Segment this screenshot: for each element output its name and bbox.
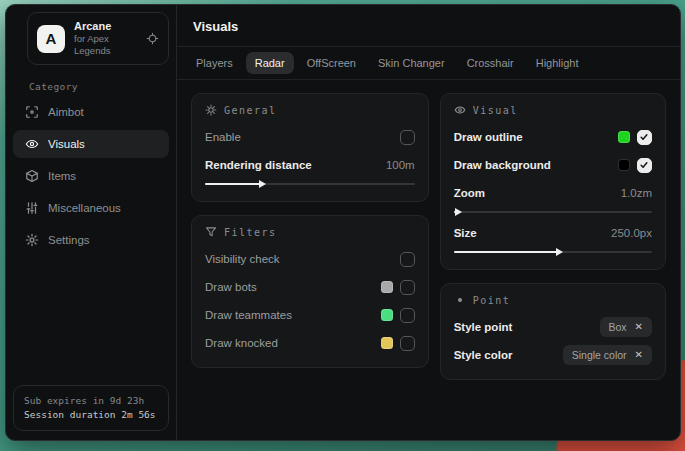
- draw-outline-checkbox[interactable]: [637, 130, 652, 145]
- draw-bots-label: Draw bots: [205, 281, 257, 293]
- enable-checkbox[interactable]: [400, 130, 415, 145]
- style-point-label: Style point: [454, 321, 513, 333]
- draw-knocked-color-swatch[interactable]: [381, 337, 393, 349]
- slider-thumb[interactable]: [455, 208, 462, 216]
- zoom-label: Zoom: [454, 187, 485, 199]
- draw-outline-row: Draw outline: [454, 126, 652, 148]
- draw-teammates-color-swatch[interactable]: [381, 309, 393, 321]
- rendering-distance-value: 100m: [386, 159, 415, 171]
- rendering-distance-label: Rendering distance: [205, 159, 312, 171]
- rendering-distance-slider[interactable]: [205, 180, 415, 188]
- sidebar-item-settings[interactable]: Settings: [13, 226, 169, 254]
- sidebar-item-label: Items: [48, 170, 76, 182]
- visibility-check-checkbox[interactable]: [400, 252, 415, 267]
- draw-background-label: Draw background: [454, 159, 551, 171]
- enable-row: Enable: [205, 126, 415, 148]
- point-panel: Point Style point Box ✕ Style color Sing…: [440, 283, 666, 380]
- sidebar-nav: Aimbot Visuals Items Miscellaneous: [13, 98, 169, 254]
- zoom-value: 1.0zm: [621, 187, 652, 199]
- draw-teammates-checkbox[interactable]: [400, 308, 415, 323]
- slider-thumb[interactable]: [556, 248, 563, 256]
- eye-icon: [454, 104, 466, 116]
- draw-knocked-row: Draw knocked: [205, 332, 415, 354]
- draw-bots-checkbox[interactable]: [400, 280, 415, 295]
- app-logo: A: [37, 25, 65, 53]
- session-info-card: Sub expires in 9d 23h Session duration 2…: [13, 385, 169, 431]
- sidebar-item-miscellaneous[interactable]: Miscellaneous: [13, 194, 169, 222]
- sidebar-item-label: Settings: [48, 234, 90, 246]
- general-panel: General Enable Rendering distance 100m: [191, 93, 429, 202]
- draw-background-color-swatch[interactable]: [618, 159, 630, 171]
- sidebar: A Arcane for Apex Legends Category Aimbo…: [6, 5, 177, 440]
- app-logo-card: A Arcane for Apex Legends: [27, 12, 169, 65]
- tab-offscreen[interactable]: OffScreen: [298, 52, 365, 74]
- visual-panel: Visual Draw outline Draw background: [440, 93, 666, 270]
- sun-icon: [205, 104, 217, 116]
- size-slider[interactable]: [454, 248, 652, 256]
- draw-outline-label: Draw outline: [454, 131, 523, 143]
- page-title: Visuals: [193, 19, 664, 34]
- filters-panel: Filters Visibility check Draw bots: [191, 215, 429, 368]
- size-label: Size: [454, 227, 477, 239]
- zoom-row: Zoom 1.0zm: [454, 182, 652, 204]
- sidebar-category-label: Category: [29, 81, 169, 92]
- tab-highlight[interactable]: Highlight: [527, 52, 588, 74]
- visibility-check-row: Visibility check: [205, 248, 415, 270]
- main-header: Visuals: [177, 5, 680, 47]
- tab-radar[interactable]: Radar: [246, 52, 294, 74]
- cube-icon: [25, 169, 39, 183]
- panel-title: Point: [473, 295, 511, 306]
- zoom-slider[interactable]: [454, 208, 652, 216]
- style-point-select[interactable]: Box ✕: [600, 317, 652, 337]
- eye-icon: [25, 137, 39, 151]
- draw-background-checkbox[interactable]: [637, 158, 652, 173]
- rendering-distance-row: Rendering distance 100m: [205, 154, 415, 176]
- sidebar-item-aimbot[interactable]: Aimbot: [13, 98, 169, 126]
- panel-title: Visual: [473, 105, 518, 116]
- tab-players[interactable]: Players: [187, 52, 242, 74]
- panel-title: General: [224, 105, 277, 116]
- style-color-row: Style color Single color ✕: [454, 344, 652, 366]
- sidebar-item-visuals[interactable]: Visuals: [13, 130, 169, 158]
- session-duration-text: Session duration 2m 56s: [24, 408, 158, 422]
- pin-icon[interactable]: [146, 32, 159, 45]
- funnel-icon: [205, 226, 217, 238]
- draw-outline-color-swatch[interactable]: [618, 131, 630, 143]
- draw-knocked-label: Draw knocked: [205, 337, 278, 349]
- sidebar-item-label: Visuals: [48, 138, 85, 150]
- app-window: A Arcane for Apex Legends Category Aimbo…: [5, 4, 681, 441]
- style-point-row: Style point Box ✕: [454, 316, 652, 338]
- visibility-check-label: Visibility check: [205, 253, 280, 265]
- sliders-icon: [25, 201, 39, 215]
- app-name: Arcane: [74, 20, 137, 33]
- content: General Enable Rendering distance 100m: [177, 80, 680, 440]
- panel-title: Filters: [224, 227, 277, 238]
- draw-teammates-row: Draw teammates: [205, 304, 415, 326]
- close-icon[interactable]: ✕: [635, 322, 643, 332]
- close-icon[interactable]: ✕: [635, 350, 643, 360]
- gear-icon: [25, 233, 39, 247]
- tab-bar: Players Radar OffScreen Skin Changer Cro…: [177, 47, 680, 80]
- style-color-select[interactable]: Single color ✕: [563, 345, 652, 365]
- sidebar-item-items[interactable]: Items: [13, 162, 169, 190]
- slider-thumb[interactable]: [259, 180, 266, 188]
- sidebar-item-label: Aimbot: [48, 106, 84, 118]
- draw-knocked-checkbox[interactable]: [400, 336, 415, 351]
- app-subtitle: for Apex Legends: [74, 33, 137, 57]
- tab-skin-changer[interactable]: Skin Changer: [369, 52, 454, 74]
- dot-icon: [454, 294, 466, 306]
- size-row: Size 250.0px: [454, 222, 652, 244]
- tab-crosshair[interactable]: Crosshair: [458, 52, 523, 74]
- enable-label: Enable: [205, 131, 241, 143]
- sidebar-item-label: Miscellaneous: [48, 202, 121, 214]
- style-color-label: Style color: [454, 349, 513, 361]
- size-value: 250.0px: [611, 227, 652, 239]
- draw-background-row: Draw background: [454, 154, 652, 176]
- sub-expires-text: Sub expires in 9d 23h: [24, 394, 158, 408]
- draw-bots-color-swatch[interactable]: [381, 281, 393, 293]
- draw-teammates-label: Draw teammates: [205, 309, 292, 321]
- crosshair-icon: [25, 105, 39, 119]
- draw-bots-row: Draw bots: [205, 276, 415, 298]
- main-area: Visuals Players Radar OffScreen Skin Cha…: [177, 5, 680, 440]
